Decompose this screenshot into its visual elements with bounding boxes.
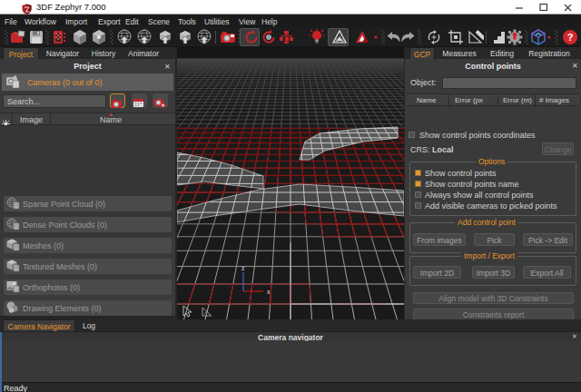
- svg-text:x: x: [267, 289, 271, 295]
- svg-text:z: z: [241, 265, 245, 271]
- svg-text:?: ?: [567, 32, 574, 43]
